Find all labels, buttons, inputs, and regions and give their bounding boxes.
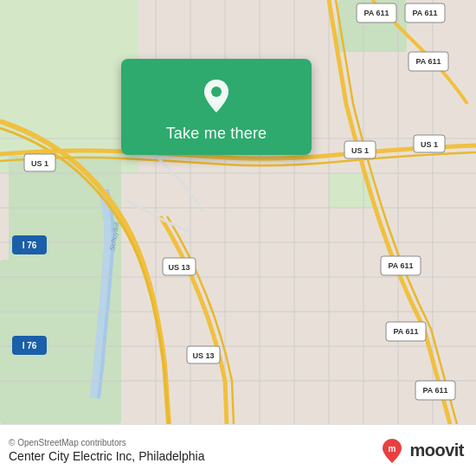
svg-text:PA 611: PA 611 — [393, 327, 418, 336]
moovit-logo: m moovit — [378, 437, 464, 465]
location-popup[interactable]: Take me there — [121, 59, 312, 155]
svg-text:US 1: US 1 — [421, 140, 438, 149]
moovit-brand-icon: m — [378, 437, 406, 465]
svg-rect-1 — [0, 0, 138, 173]
svg-text:PA 611: PA 611 — [415, 57, 441, 66]
location-name: Center City Electric Inc, Philadelphia — [9, 449, 204, 463]
location-info: © OpenStreetMap contributors Center City… — [9, 438, 204, 463]
svg-text:PA 611: PA 611 — [422, 386, 447, 395]
bottom-bar: © OpenStreetMap contributors Center City… — [0, 424, 476, 476]
svg-text:I 76: I 76 — [23, 341, 37, 351]
svg-text:US 1: US 1 — [31, 159, 48, 168]
svg-text:US 13: US 13 — [168, 263, 190, 272]
moovit-text: moovit — [409, 441, 464, 460]
svg-point-51 — [211, 87, 222, 97]
take-me-there-button[interactable]: Take me there — [166, 125, 267, 143]
svg-text:PA 611: PA 611 — [412, 9, 437, 17]
svg-text:US 13: US 13 — [192, 351, 214, 360]
svg-text:PA 611: PA 611 — [363, 9, 389, 17]
svg-text:I 76: I 76 — [23, 241, 37, 250]
svg-text:US 1: US 1 — [351, 146, 369, 155]
map-view[interactable]: I 76 I 76 US 1 US 1 US 1 US 13 US 13 PA … — [0, 0, 476, 424]
svg-text:m: m — [389, 444, 396, 453]
osm-credit: © OpenStreetMap contributors — [9, 438, 204, 447]
svg-text:PA 611: PA 611 — [388, 261, 413, 270]
location-pin-icon — [196, 74, 237, 116]
